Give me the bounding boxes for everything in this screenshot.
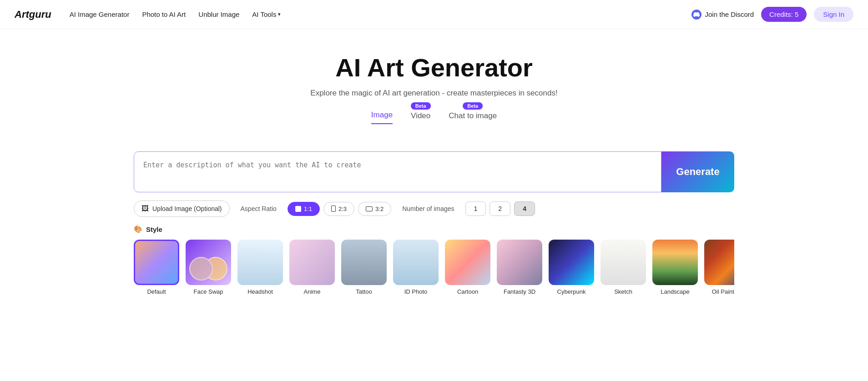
style-image-fantasy-3d: [497, 240, 542, 285]
chat-beta-badge: Beta: [463, 102, 483, 110]
logo[interactable]: Artguru: [15, 9, 51, 20]
style-image-cyberpunk: [549, 240, 594, 285]
style-header: 🎨 Style: [134, 225, 734, 233]
nav-photo-to-ai-art[interactable]: Photo to AI Art: [142, 10, 186, 18]
style-item-landscape[interactable]: Landscape: [652, 240, 698, 295]
num-images-buttons: 1 2 4: [465, 201, 535, 216]
style-label-id-photo: ID Photo: [404, 288, 428, 295]
style-item-sketch[interactable]: Sketch: [601, 240, 646, 295]
hero-section: AI Art Generator Explore the magic of AI…: [0, 29, 868, 151]
tabs-row: Image Beta Video Beta Chat to image: [11, 110, 857, 124]
aspect-2-3[interactable]: 2:3: [323, 202, 354, 216]
style-item-headshot[interactable]: Headshot: [237, 240, 283, 295]
video-beta-badge: Beta: [411, 102, 431, 110]
upload-icon: 🖼: [141, 205, 149, 213]
num-1[interactable]: 1: [465, 201, 486, 216]
aspect-3-2[interactable]: 3:2: [358, 202, 391, 216]
style-item-face-swap[interactable]: Face Swap: [186, 240, 231, 295]
prompt-section: Generate: [116, 151, 752, 192]
num-2[interactable]: 2: [490, 201, 510, 216]
discord-svg: [693, 11, 700, 18]
style-image-headshot: [237, 240, 283, 285]
nav-ai-image-generator[interactable]: AI Image Generator: [70, 10, 130, 18]
discord-icon: [691, 10, 701, 20]
credits-button[interactable]: Credits: 5: [761, 7, 807, 22]
style-label-headshot: Headshot: [247, 288, 273, 295]
style-label-anime: Anime: [304, 288, 321, 295]
aspect-1-1[interactable]: 1:1: [288, 202, 320, 216]
options-row: 🖼 Upload Image (Optional) Aspect Ratio 1…: [116, 201, 752, 217]
style-image-sketch: [601, 240, 646, 285]
generate-button[interactable]: Generate: [661, 151, 734, 192]
style-label-sketch: Sketch: [614, 288, 632, 295]
discord-button[interactable]: Join the Discord: [691, 10, 754, 20]
style-section: 🎨 Style DefaultFace SwapHeadshotAnimeTat…: [116, 225, 752, 299]
style-label-landscape: Landscape: [661, 288, 690, 295]
style-label-oil-painting: Oil Painting: [712, 288, 734, 295]
style-item-id-photo[interactable]: ID Photo: [393, 240, 439, 295]
style-item-fantasy-3d[interactable]: Fantasty 3D: [497, 240, 542, 295]
style-label-cyberpunk: Cyberpunk: [557, 288, 586, 295]
style-item-cyberpunk[interactable]: Cyberpunk: [549, 240, 594, 295]
style-image-landscape: [652, 240, 698, 285]
style-image-face-swap: [186, 240, 231, 285]
style-item-anime[interactable]: Anime: [289, 240, 335, 295]
aspect-ratio-label: Aspect Ratio: [241, 205, 277, 212]
upload-image-button[interactable]: 🖼 Upload Image (Optional): [134, 201, 230, 217]
style-grid: DefaultFace SwapHeadshotAnimeTattooID Ph…: [134, 240, 734, 299]
num-images-label: Number of images: [402, 205, 454, 212]
style-image-anime: [289, 240, 335, 285]
nav-right: Join the Discord Credits: 5 Sign In: [691, 7, 853, 22]
tab-chat-to-image[interactable]: Beta Chat to image: [449, 111, 497, 124]
tab-video[interactable]: Beta Video: [411, 111, 430, 124]
style-label-cartoon: Cartoon: [457, 288, 478, 295]
style-item-cartoon[interactable]: Cartoon: [445, 240, 490, 295]
style-emoji-icon: 🎨: [134, 225, 142, 233]
nav-ai-tools[interactable]: AI Tools ▾: [252, 10, 281, 18]
hero-subtitle: Explore the magic of AI art generation -…: [11, 89, 857, 98]
page-title: AI Art Generator: [11, 53, 857, 82]
style-image-default: [134, 240, 179, 285]
style-item-default[interactable]: Default: [134, 240, 179, 295]
style-label-tattoo: Tattoo: [356, 288, 372, 295]
style-item-tattoo[interactable]: Tattoo: [341, 240, 387, 295]
style-image-oil-painting: [704, 240, 734, 285]
chevron-down-icon: ▾: [278, 11, 281, 17]
square-icon: [295, 206, 301, 212]
num-4[interactable]: 4: [514, 201, 535, 216]
style-image-cartoon: [445, 240, 490, 285]
style-item-oil-painting[interactable]: Oil Painting: [704, 240, 734, 295]
prompt-input[interactable]: [134, 151, 661, 192]
nav-links: AI Image Generator Photo to AI Art Unblu…: [70, 10, 677, 18]
portrait-icon: [331, 206, 336, 212]
navbar: Artguru AI Image Generator Photo to AI A…: [0, 0, 868, 29]
signin-button[interactable]: Sign In: [814, 7, 853, 22]
tab-image[interactable]: Image: [371, 110, 393, 124]
style-label-default: Default: [147, 288, 166, 295]
style-label-fantasy-3d: Fantasty 3D: [504, 288, 535, 295]
aspect-ratio-buttons: 1:1 2:3 3:2: [288, 202, 391, 216]
style-image-tattoo: [341, 240, 387, 285]
style-label-face-swap: Face Swap: [193, 288, 223, 295]
landscape-icon: [366, 206, 373, 211]
nav-unblur-image[interactable]: Unblur Image: [198, 10, 239, 18]
style-image-id-photo: [393, 240, 439, 285]
